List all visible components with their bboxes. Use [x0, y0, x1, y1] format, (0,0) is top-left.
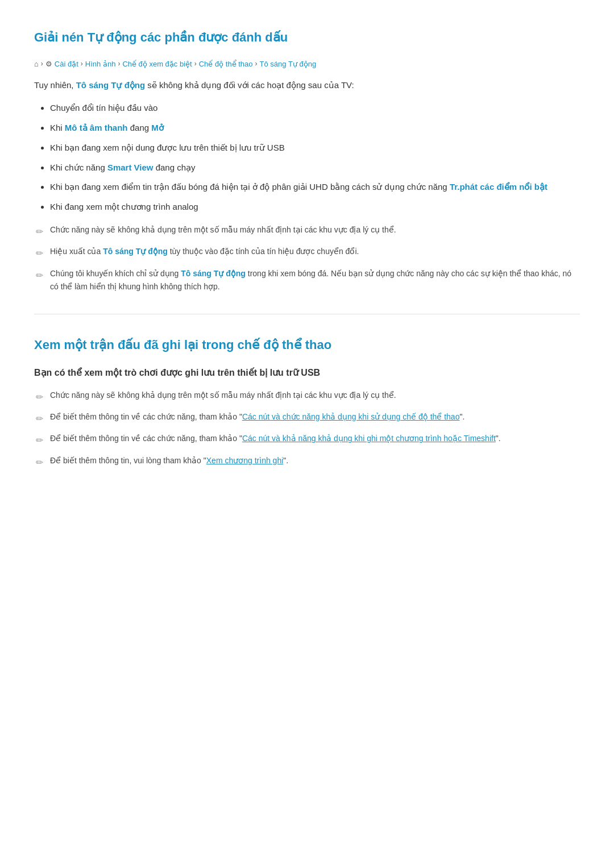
- list-item: Khi chức năng Smart View đang chạy: [50, 161, 580, 175]
- section2-note-text-2: Để biết thêm thông tin về các chức năng,…: [50, 410, 464, 423]
- pencil-icon-s2-3: ✏: [34, 433, 44, 448]
- section2-note-item-1: ✏ Chức năng này sẽ không khả dụng trên m…: [34, 389, 580, 405]
- note-text-1: Chức năng này sẽ không khả dụng trên một…: [50, 223, 396, 236]
- intro-text-after: sẽ không khả dụng đối với các hoạt động …: [145, 80, 354, 90]
- section2-notes: ✏ Chức năng này sẽ không khả dụng trên m…: [34, 389, 580, 471]
- breadcrumb-sep-2: ›: [118, 59, 120, 70]
- section2-subheading: Bạn có thể xem một trò chơi được ghi lưu…: [34, 366, 580, 380]
- section2-note-item-3: ✏ Để biết thêm thông tin về các chức năn…: [34, 432, 580, 448]
- note-item-3: ✏ Chúng tôi khuyến khích chỉ sử dụng Tô …: [34, 267, 580, 293]
- breadcrumb-sep-4: ›: [255, 59, 258, 70]
- breadcrumb: ⌂ › ⚙ Cài đặt › Hình ảnh › Chế độ xem đặ…: [34, 58, 580, 70]
- pencil-icon-1: ✏: [34, 225, 44, 239]
- section2-note-item-4: ✏ Để biết thêm thông tin, vui lòng tham …: [34, 454, 580, 470]
- highlight-mo: Mở: [151, 123, 164, 132]
- pencil-icon-s2-1: ✏: [34, 390, 44, 405]
- note2-highlight: Tô sáng Tự động: [103, 247, 168, 256]
- breadcrumb-che-do-the-thao[interactable]: Chế độ thể thao: [199, 58, 253, 70]
- section2-link-3[interactable]: Xem chương trình ghi: [206, 456, 284, 465]
- section2-note-text-4: Để biết thêm thông tin, vui lòng tham kh…: [50, 454, 288, 467]
- pencil-icon-s2-4: ✏: [34, 455, 44, 470]
- highlight-tr-phat: Tr.phát các điểm nổi bật: [450, 182, 547, 192]
- breadcrumb-to-sang[interactable]: Tô sáng Tự động: [260, 58, 317, 70]
- list-item: Khi Mô tả âm thanh đang Mở: [50, 121, 580, 135]
- section1-title: Giải nén Tự động các phần được đánh dấu: [34, 27, 580, 48]
- pencil-icon-s2-2: ✏: [34, 412, 44, 426]
- section2-link-2[interactable]: Các nút và khả năng khả dụng khi ghi một…: [242, 434, 496, 443]
- home-icon[interactable]: ⌂: [34, 58, 39, 70]
- note-item-1: ✏ Chức năng này sẽ không khả dụng trên m…: [34, 223, 580, 239]
- section2-link-1[interactable]: Các nút và chức năng khả dụng khi sử dụn…: [242, 412, 460, 421]
- breadcrumb-sep-0: ›: [41, 59, 43, 70]
- section2-note-text-3: Để biết thêm thông tin về các chức năng,…: [50, 432, 501, 445]
- section2-title: Xem một trận đấu đã ghi lại trong chế độ…: [34, 335, 580, 355]
- section1-intro: Tuy nhiên, Tô sáng Tự động sẽ không khả …: [34, 78, 580, 93]
- breadcrumb-sep-3: ›: [194, 59, 197, 70]
- breadcrumb-sep-1: ›: [81, 59, 83, 70]
- highlight-mo-ta-am-thanh: Mô tả âm thanh: [65, 123, 128, 132]
- intro-highlight: Tô sáng Tự động: [76, 80, 146, 90]
- section1-bullet-list: Chuyển đổi tín hiệu đầu vào Khi Mô tả âm…: [50, 101, 580, 214]
- note-text-3: Chúng tôi khuyến khích chỉ sử dụng Tô sá…: [50, 267, 580, 293]
- pencil-icon-3: ✏: [34, 268, 44, 283]
- section2-note-item-2: ✏ Để biết thêm thông tin về các chức năn…: [34, 410, 580, 426]
- intro-text-before: Tuy nhiên,: [34, 80, 76, 90]
- list-item: Khi bạn đang xem nội dung được lưu trên …: [50, 141, 580, 155]
- breadcrumb-hinh-anh[interactable]: Hình ảnh: [85, 58, 116, 70]
- breadcrumb-settings[interactable]: Cài đặt: [55, 58, 78, 70]
- pencil-icon-2: ✏: [34, 246, 44, 261]
- list-item: Chuyển đổi tín hiệu đầu vào: [50, 101, 580, 115]
- note-item-2: ✏ Hiệu xuất của Tô sáng Tự động tùy thuộ…: [34, 245, 580, 261]
- section-divider: [34, 314, 580, 314]
- list-item: Khi bạn đang xem điểm tin trận đấu bóng …: [50, 180, 580, 194]
- section2-note-text-1: Chức năng này sẽ không khả dụng trên một…: [50, 389, 396, 402]
- highlight-smart-view: Smart View: [107, 163, 154, 172]
- note-text-2: Hiệu xuất của Tô sáng Tự động tùy thuộc …: [50, 245, 359, 258]
- breadcrumb-che-do-xem[interactable]: Chế độ xem đặc biệt: [122, 58, 192, 70]
- list-item: Khi đang xem một chương trình analog: [50, 200, 580, 214]
- section1-notes: ✏ Chức năng này sẽ không khả dụng trên m…: [34, 223, 580, 293]
- settings-icon: ⚙: [45, 58, 52, 70]
- note3-highlight: Tô sáng Tự động: [181, 269, 246, 278]
